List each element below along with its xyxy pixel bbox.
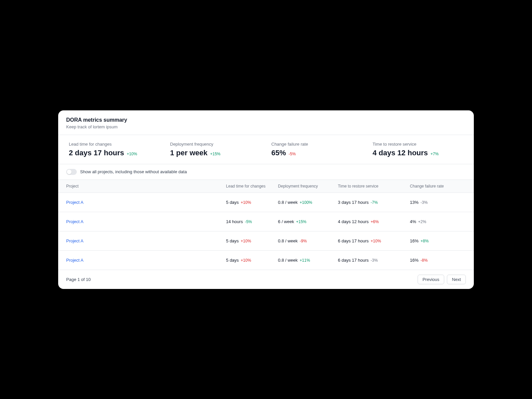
metric-label: Deployment frequency (170, 142, 261, 147)
column-header-restore: Time to restore service (338, 184, 410, 189)
project-link[interactable]: Project A (66, 258, 83, 263)
card-subtitle: Keep track of lortem ipsum (66, 124, 466, 129)
cell-value: 16% (410, 258, 419, 263)
project-link[interactable]: Project A (66, 238, 83, 243)
card-title: DORA metrics summary (66, 117, 466, 123)
cell-value: 5 days (226, 258, 239, 263)
cell-value: 6 days 17 hours (338, 238, 369, 243)
column-header-deploy: Deployment frequency (278, 184, 338, 189)
cell-delta: +100% (300, 200, 312, 205)
cell-value: 0.8 / week (278, 238, 298, 243)
metric-value: 65% (271, 149, 286, 157)
next-button[interactable]: Next (447, 275, 466, 284)
cell-value: 16% (410, 238, 419, 243)
cell-delta: -8% (421, 258, 428, 263)
table-header-row: Project Lead time for changes Deployment… (58, 180, 474, 193)
metric-lead-time: Lead time for changes 2 days 17 hours +1… (64, 142, 165, 157)
table-row: Project A 14 hours -5% 6 / week +15% 4 d… (58, 212, 474, 231)
cell-value: 14 hours (226, 219, 243, 224)
table-row: Project A 5 days +10% 0.8 / week +100% 3… (58, 193, 474, 212)
metric-delta: +10% (127, 152, 137, 156)
metric-label: Lead time for changes (69, 142, 160, 147)
cell-value: 0.8 / week (278, 200, 298, 205)
cell-delta: +10% (241, 239, 251, 243)
table-row: Project A 5 days +10% 0.8 / week +11% 6 … (58, 251, 474, 270)
cell-delta: -7% (371, 200, 378, 205)
cell-value: 4 days 12 hours (338, 219, 369, 224)
project-link[interactable]: Project A (66, 200, 83, 205)
cell-delta: +10% (241, 258, 251, 263)
dora-metrics-card: DORA metrics summary Keep track of lorte… (58, 110, 474, 289)
cell-value: 5 days (226, 238, 239, 243)
cell-delta: +10% (241, 200, 251, 205)
cell-value: 13% (410, 200, 419, 205)
card-header: DORA metrics summary Keep track of lorte… (58, 110, 474, 135)
metric-value: 2 days 17 hours (69, 149, 124, 157)
column-header-project: Project (66, 184, 226, 189)
cell-delta: -5% (245, 219, 252, 224)
metric-deployment-frequency: Deployment frequency 1 per week +15% (165, 142, 266, 157)
cell-delta: +8% (421, 239, 429, 243)
cell-delta: +15% (296, 219, 306, 224)
metric-change-failure-rate: Change failure rate 65% -5% (266, 142, 367, 157)
cell-delta: -3% (421, 200, 428, 205)
previous-button[interactable]: Previous (418, 275, 445, 284)
cell-value: 4% (410, 219, 416, 224)
cell-delta: +10% (371, 239, 381, 243)
cell-delta: -9% (300, 239, 307, 243)
cell-delta: +11% (300, 258, 310, 263)
metric-label: Change failure rate (271, 142, 362, 147)
show-all-projects-toggle[interactable] (66, 169, 77, 175)
metric-value: 1 per week (170, 149, 208, 157)
cell-delta: +2% (418, 219, 426, 224)
table-row: Project A 5 days +10% 0.8 / week -9% 6 d… (58, 231, 474, 251)
cell-delta: +6% (371, 219, 379, 224)
cell-value: 0.8 / week (278, 258, 298, 263)
metric-time-to-restore: Time to restore service 4 days 12 hours … (367, 142, 469, 157)
cell-value: 6 days 17 hours (338, 258, 369, 263)
metric-value: 4 days 12 hours (373, 149, 428, 157)
cell-value: 6 / week (278, 219, 294, 224)
column-header-lead: Lead time for changes (226, 184, 278, 189)
metric-delta: +7% (431, 152, 439, 156)
cell-value: 3 days 17 hours (338, 200, 369, 205)
metric-delta: +15% (210, 152, 220, 156)
show-all-projects-label: Show all projects, including those witho… (80, 169, 187, 174)
cell-value: 5 days (226, 200, 239, 205)
cell-delta: -3% (371, 258, 378, 263)
table-footer: Page 1 of 10 Previous Next (58, 270, 474, 289)
show-all-projects-row: Show all projects, including those witho… (58, 164, 474, 180)
pagination-text: Page 1 of 10 (66, 277, 91, 282)
metrics-summary-row: Lead time for changes 2 days 17 hours +1… (58, 135, 474, 164)
metric-label: Time to restore service (373, 142, 464, 147)
project-link[interactable]: Project A (66, 219, 83, 224)
metric-delta: -5% (289, 152, 296, 156)
column-header-failure: Change failure rate (410, 184, 466, 189)
